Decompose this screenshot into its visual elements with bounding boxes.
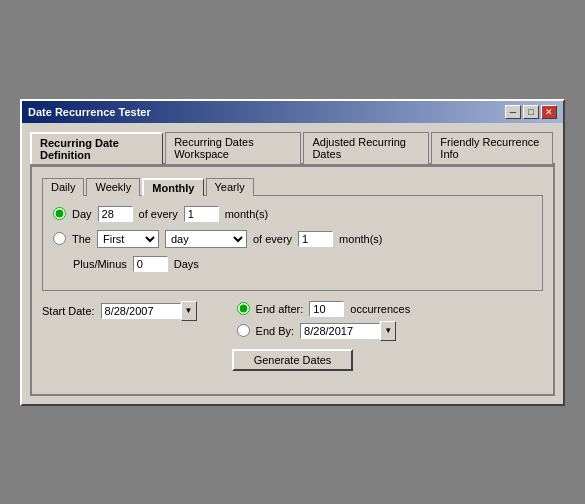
sub-tab-weekly[interactable]: Weekly	[86, 178, 140, 196]
tab-friendly-label: Friendly Recurrence Info	[440, 136, 539, 160]
the-radio-row: The First Second Third Fourth Last day w…	[53, 230, 532, 248]
start-date-dropdown-btn[interactable]: ▼	[181, 301, 197, 321]
tab-adjusted[interactable]: Adjusted Recurring Dates	[303, 132, 429, 164]
maximize-button[interactable]: □	[523, 105, 539, 119]
day-value-input[interactable]	[98, 206, 133, 222]
tab-friendly[interactable]: Friendly Recurrence Info	[431, 132, 553, 164]
end-options: End after: occurrences End By: ▼	[237, 301, 411, 341]
end-by-input[interactable]	[300, 323, 380, 339]
occurrences-label: occurrences	[350, 303, 410, 315]
start-date-label: Start Date:	[42, 305, 95, 317]
months-label-2: month(s)	[339, 233, 382, 245]
end-after-row: End after: occurrences	[237, 301, 411, 317]
sub-tab-daily-label: Daily	[51, 181, 75, 193]
tab-adjusted-label: Adjusted Recurring Dates	[312, 136, 406, 160]
dropdown-icon: ▼	[185, 306, 193, 315]
generate-dates-button[interactable]: Generate Dates	[232, 349, 354, 371]
days-label: Days	[174, 258, 199, 270]
end-by-row: End By: ▼	[237, 321, 411, 341]
end-by-date-select: ▼	[300, 321, 396, 341]
month-value-input-1[interactable]	[184, 206, 219, 222]
plus-minus-input[interactable]	[133, 256, 168, 272]
end-by-label: End By:	[256, 325, 295, 337]
tab-definition[interactable]: Recurring Date Definition	[30, 132, 163, 164]
close-icon: ✕	[545, 107, 553, 117]
sub-tab-monthly-label: Monthly	[152, 182, 194, 194]
end-by-radio[interactable]	[237, 324, 250, 337]
months-label-1: month(s)	[225, 208, 268, 220]
the-radio-label: The	[72, 233, 91, 245]
day-radio-row: Day of every month(s)	[53, 206, 532, 222]
end-after-label: End after:	[256, 303, 304, 315]
sub-tab-yearly-label: Yearly	[215, 181, 245, 193]
of-every-label-2: of every	[253, 233, 292, 245]
sub-tab-yearly[interactable]: Yearly	[206, 178, 254, 196]
sub-tab-daily[interactable]: Daily	[42, 178, 84, 196]
main-window: Date Recurrence Tester ─ □ ✕ Recurring D…	[20, 99, 565, 406]
tab-workspace-label: Recurring Dates Workspace	[174, 136, 253, 160]
close-button[interactable]: ✕	[541, 105, 557, 119]
main-tab-content: Daily Weekly Monthly Yearly Day	[30, 165, 555, 396]
title-bar: Date Recurrence Tester ─ □ ✕	[22, 101, 563, 123]
plus-minus-row: Plus/Minus Days	[73, 256, 532, 272]
window-title: Date Recurrence Tester	[28, 106, 151, 118]
sub-tab-monthly[interactable]: Monthly	[142, 178, 203, 196]
start-date-input[interactable]	[101, 303, 181, 319]
maximize-icon: □	[528, 107, 533, 117]
main-tab-bar: Recurring Date Definition Recurring Date…	[30, 131, 555, 165]
minimize-button[interactable]: ─	[505, 105, 521, 119]
day-radio[interactable]	[53, 207, 66, 220]
end-by-dropdown-btn[interactable]: ▼	[380, 321, 396, 341]
the-radio[interactable]	[53, 232, 66, 245]
month-value-input-2[interactable]	[298, 231, 333, 247]
tab-definition-label: Recurring Date Definition	[40, 137, 119, 161]
end-after-input[interactable]	[309, 301, 344, 317]
monthly-content: Day of every month(s) The First Second T…	[42, 195, 543, 291]
ordinal-select[interactable]: First Second Third Fourth Last	[97, 230, 159, 248]
dropdown-icon-2: ▼	[384, 326, 392, 335]
start-date-row: Start Date: ▼	[42, 301, 197, 321]
bottom-section: Start Date: ▼ End after:	[42, 301, 543, 384]
minimize-icon: ─	[510, 107, 516, 117]
tab-workspace[interactable]: Recurring Dates Workspace	[165, 132, 301, 164]
of-every-label-1: of every	[139, 208, 178, 220]
plus-minus-label: Plus/Minus	[73, 258, 127, 270]
day-radio-label: Day	[72, 208, 92, 220]
title-bar-controls: ─ □ ✕	[505, 105, 557, 119]
start-date-select: ▼	[101, 301, 197, 321]
window-body: Recurring Date Definition Recurring Date…	[22, 123, 563, 404]
sub-tab-weekly-label: Weekly	[95, 181, 131, 193]
day-select[interactable]: day weekday Sunday Monday Tuesday Wednes…	[165, 230, 247, 248]
sub-tab-bar: Daily Weekly Monthly Yearly	[42, 177, 543, 195]
end-after-radio[interactable]	[237, 302, 250, 315]
